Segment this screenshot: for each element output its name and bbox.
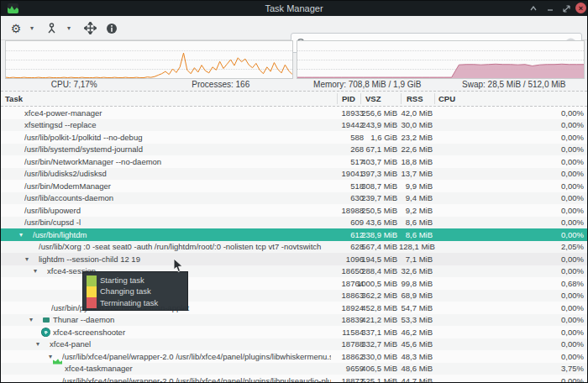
vsz-cell: 194,5 MiB <box>357 254 397 264</box>
table-row[interactable]: xfsettingsd --replace19442243,9 MiB30,0 … <box>1 119 587 132</box>
rss-cell: 46,2 MiB <box>399 328 433 337</box>
expander-icon[interactable]: ▾ <box>49 353 52 360</box>
table-row[interactable]: /usr/lib/polkit-1/polkitd --no-debug5881… <box>1 131 587 144</box>
column-header-pid[interactable]: PID <box>342 94 355 103</box>
rss-cell: 68,9 MiB <box>399 291 433 300</box>
rss-cell: 18,8 MiB <box>399 157 433 166</box>
task-name-cell: /usr/lib/upowerd <box>24 206 331 215</box>
table-row[interactable]: ▾/usr/lib/xfce4/panel/wrapper-2.0 /usr/l… <box>1 350 587 363</box>
close-icon[interactable]: × <box>575 3 586 13</box>
rss-cell: 23,2 MiB <box>399 133 433 142</box>
table-row[interactable]: ▾Thunar --daemon18839421,2 MiB53,3 MiB0,… <box>1 314 587 327</box>
memory-history-graph <box>297 40 585 79</box>
vsz-cell: 256,6 MiB <box>357 108 397 118</box>
table-row[interactable]: ▾xfce4-panel18788332,7 MiB45,6 MiB0,00% <box>1 338 587 351</box>
rss-cell: 7,1 MiB <box>399 254 433 264</box>
expander-icon[interactable]: ▾ <box>19 231 23 239</box>
task-name-cell: lightdm --session-child 12 19 <box>39 254 331 264</box>
rss-cell: 128,1 MiB <box>399 242 433 251</box>
table-row[interactable]: /usr/lib/udisks2/udisksd19041397,3 MiB13… <box>1 168 587 181</box>
table-row[interactable]: /usr/lib/Xorg :0 -seat seat0 -auth /run/… <box>1 241 587 254</box>
vsz-cell: 43,6 MiB <box>357 218 397 227</box>
rss-cell: 32,6 MiB <box>399 266 433 275</box>
vsz-cell: 332,7 MiB <box>357 339 397 349</box>
table-row[interactable]: ▾/usr/bin/lightdm612238,9 MiB8,6 MiB0,00… <box>1 228 587 241</box>
settings-dropdown-caret-icon[interactable]: ▾ <box>26 19 38 37</box>
legend-changing-label: Changing task <box>100 286 184 296</box>
task-manager-window: Task Manager × ⚙ ▾ ▾ <box>0 0 588 383</box>
task-name-cell: /usr/lib/polkit-1/polkitd --no-debug <box>24 133 331 142</box>
task-name-cell: /usr/lib/systemd/systemd-journald <box>24 144 331 154</box>
vsz-cell: 397,3 MiB <box>357 169 397 178</box>
screenshooter-icon <box>41 328 50 337</box>
vsz-cell: 239,7 MiB <box>357 193 397 202</box>
vsz-cell: 1,6 GiB <box>357 133 397 142</box>
rollup-icon[interactable] <box>527 3 539 14</box>
rss-cell: 9,4 MiB <box>399 193 433 202</box>
vsz-cell: 452,8 MiB <box>357 303 397 312</box>
task-name-cell: /usr/lib/xfce4/panel/wrapper-2.0 /usr/li… <box>62 376 331 383</box>
rss-cell: 8,6 MiB <box>399 230 433 239</box>
task-name-cell: /usr/bin/NetworkManager --no-daemon <box>24 157 331 166</box>
info-icon[interactable] <box>103 19 120 37</box>
processes-count-label: Processes: 166 <box>148 79 295 91</box>
task-state-legend-tooltip: Starting task Changing task Terminating … <box>82 271 188 311</box>
minimize-icon[interactable] <box>543 3 556 14</box>
cpu-cell: 0,00% <box>561 291 584 300</box>
rss-cell: 42,0 MiB <box>399 108 433 118</box>
table-row[interactable]: /usr/bin/ModemManager518308,7 MiB9,9 MiB… <box>1 180 587 192</box>
expander-icon[interactable]: ▾ <box>25 255 29 263</box>
rss-cell: 9,2 MiB <box>399 206 433 215</box>
vsz-cell: 337,1 MiB <box>357 328 397 337</box>
vsz-cell: 1000,5 MiB <box>357 279 397 288</box>
window-title: Task Manager <box>1 3 587 13</box>
memory-usage-label: Memory: 708,8 MiB / 1,9 GiB <box>294 79 441 91</box>
vsz-cell: 67,1 MiB <box>357 144 397 154</box>
cpu-cell: 0,00% <box>561 328 584 337</box>
cpu-cell: 0,00% <box>561 254 584 264</box>
settings-gear-icon[interactable]: ⚙ <box>8 19 24 37</box>
cpu-cell: 0,00% <box>561 339 584 349</box>
vsz-cell: 525,1 MiB <box>357 376 397 383</box>
column-header-task[interactable]: Task <box>5 94 23 103</box>
table-row[interactable]: xfce4-screenshooter11584337,1 MiB46,2 Mi… <box>1 326 587 338</box>
table-row[interactable]: xfce4-taskmanager9659406,5 MiB48,6 MiB3,… <box>1 363 587 375</box>
changing-task-swatch <box>87 286 97 297</box>
process-tree-icon[interactable] <box>43 19 60 37</box>
expander-icon[interactable]: ▾ <box>36 340 39 348</box>
table-row[interactable]: xfce4-power-manager18933256,6 MiB42,0 Mi… <box>1 107 587 119</box>
vsz-cell: 238,9 MiB <box>357 230 397 239</box>
move-handles-icon[interactable] <box>81 19 98 37</box>
task-name-cell: /usr/lib/Xorg :0 -seat seat0 -auth /run/… <box>39 242 331 251</box>
task-name-cell: xfce4-screenshooter <box>53 328 331 337</box>
starting-task-swatch <box>87 275 97 286</box>
table-row[interactable]: /usr/bin/NetworkManager --no-daemon51740… <box>1 155 587 168</box>
table-row[interactable]: /usr/lib/upowerd18988250,5 MiB9,2 MiB0,0… <box>1 204 587 217</box>
expander-icon[interactable]: ▾ <box>29 316 33 323</box>
column-header-cpu[interactable]: CPU <box>438 94 455 103</box>
column-header-rss[interactable]: RSS <box>407 94 423 103</box>
process-dropdown-caret-icon[interactable]: ▾ <box>63 19 75 37</box>
cpu-cell: 0,00% <box>561 169 584 178</box>
cpu-cell: 0,00% <box>561 181 584 191</box>
table-row[interactable]: /usr/lib/xfce4/panel/wrapper-2.0 /usr/li… <box>1 375 587 383</box>
toolbar: ⚙ ▾ ▾ <box>1 16 587 40</box>
table-row[interactable]: ▾lightdm --session-child 12 191096194,5 … <box>1 253 587 265</box>
task-name-cell: xfce4-power-manager <box>24 108 331 118</box>
rss-cell: 44,7 MiB <box>399 376 433 383</box>
column-header-vsz[interactable]: VSZ <box>365 94 381 103</box>
terminating-task-swatch <box>87 297 97 308</box>
task-name-cell: /usr/lib/xfce4/panel/wrapper-2.0 /usr/li… <box>62 352 331 361</box>
cpu-cell: 0,00% <box>561 206 584 215</box>
rss-cell: 9,9 MiB <box>399 181 433 191</box>
cpu-cell: 0,68% <box>561 279 584 288</box>
table-row[interactable]: /usr/bin/cupsd -l60943,6 MiB8,6 MiB0,00% <box>1 217 587 229</box>
task-name-cell: /usr/bin/cupsd -l <box>24 218 331 227</box>
maximize-icon[interactable] <box>560 3 573 14</box>
expander-icon[interactable]: ▾ <box>34 267 37 275</box>
vsz-cell: 288,4 MiB <box>357 266 397 275</box>
rss-cell: 54,7 MiB <box>399 303 433 312</box>
process-list: xfce4-power-manager18933256,6 MiB42,0 Mi… <box>1 107 587 383</box>
table-row[interactable]: /usr/lib/systemd/systemd-journald26867,1… <box>1 144 587 156</box>
table-row[interactable]: /usr/lib/accounts-daemon630239,7 MiB9,4 … <box>1 192 587 205</box>
